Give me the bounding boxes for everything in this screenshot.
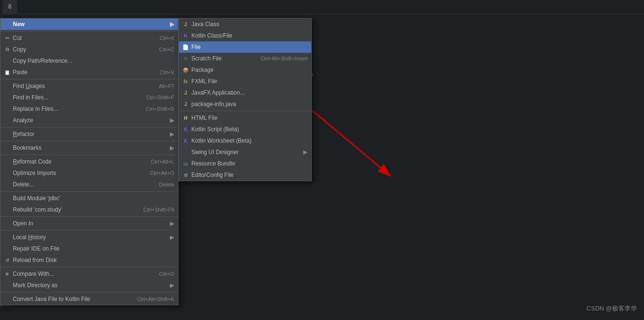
local-history-label: Local History (13, 234, 46, 241)
cut-icon: ✂ (3, 34, 11, 42)
submenu-arrow-open-in: ▶ (170, 220, 174, 227)
menu-item-paste[interactable]: 📋 Paste Ctrl+V (0, 67, 178, 78)
menu-item-reload[interactable]: ↺ Reload from Disk (0, 254, 178, 266)
menu-item-reformat[interactable]: Reformat Code Ctrl+Alt+L (0, 156, 178, 167)
submenu-new[interactable]: J Java Class K Kotlin Class/File 📄 File … (178, 18, 312, 181)
kotlin-worksheet-icon: K (182, 137, 189, 145)
menu-item-refactor[interactable]: Refactor ▶ (0, 128, 178, 140)
open-in-label: Open In (13, 220, 33, 227)
submenu-arrow-mark-directory: ▶ (170, 282, 174, 289)
watermark: CSDN @极客李华 (586, 304, 637, 313)
file-icon: 📄 (182, 43, 189, 51)
separator-1 (0, 31, 178, 31)
delete-label: Delete... (13, 181, 34, 188)
menu-item-open-in[interactable]: Open In ▶ (0, 218, 178, 229)
compare-icon: ⊕ (3, 270, 11, 278)
repair-ide-label: Repair IDE on File (13, 245, 59, 252)
separator-9 (0, 267, 178, 267)
find-usages-shortcut: Alt+F7 (159, 83, 174, 89)
submenu-item-resource-bundle[interactable]: 🗂 Resource Bundle (179, 158, 311, 169)
menu-item-cut-label: Cut (13, 35, 22, 41)
compare-with-label: Compare With... (13, 271, 54, 277)
menu-item-optimize[interactable]: Optimize Imports Ctrl+Alt+O (0, 167, 178, 179)
submenu-item-kotlin-worksheet[interactable]: K Kotlin Worksheet (Beta) (179, 135, 311, 146)
top-bar: 8 (0, 0, 644, 14)
editorconfig-label: EditorConfig File (191, 172, 234, 178)
mark-directory-label: Mark Directory as (13, 282, 58, 289)
file-label: File (191, 44, 200, 50)
menu-item-analyze[interactable]: Analyze ▶ (0, 115, 178, 126)
fxml-label: FXML File (191, 78, 217, 85)
kotlin-class-icon: K (182, 32, 189, 39)
menu-item-repair-ide[interactable]: Repair IDE on File (0, 243, 178, 254)
menu-item-replace-in-files[interactable]: Replace in Files... Ctrl+Shift+R (0, 103, 178, 115)
menu-item-rebuild[interactable]: Rebuild 'com.study' Ctrl+Shift+F9 (0, 204, 178, 215)
menu-item-delete[interactable]: Delete... Delete (0, 179, 178, 190)
menu-item-copy-path[interactable]: Copy Path/Reference... (0, 55, 178, 67)
package-info-label: package-info.java (191, 101, 236, 107)
submenu-arrow-local-history: ▶ (170, 234, 174, 241)
analyze-label: Analyze (13, 117, 33, 124)
submenu-item-html[interactable]: H HTML File (179, 112, 311, 124)
submenu-item-package-info[interactable]: J package-info.java (179, 98, 311, 110)
separator-6 (0, 191, 178, 192)
menu-item-convert-kotlin[interactable]: Convert Java File to Kotlin File Ctrl+Al… (0, 293, 178, 305)
bookmarks-label: Bookmarks (13, 145, 41, 151)
java-class-icon: J (182, 20, 189, 28)
submenu-item-fxml[interactable]: fx FXML File (179, 76, 311, 87)
menu-item-mark-directory[interactable]: Mark Directory as ▶ (0, 280, 178, 291)
menu-item-bookmarks[interactable]: Bookmarks ▶ (0, 142, 178, 154)
convert-kotlin-label: Convert Java File to Kotlin File (13, 296, 90, 302)
javafx-label: JavaFX Application... (191, 89, 245, 96)
kotlin-worksheet-label: Kotlin Worksheet (Beta) (191, 137, 252, 144)
menu-item-local-history[interactable]: Local History ▶ (0, 232, 178, 243)
reload-label: Reload from Disk (13, 257, 57, 263)
html-label: HTML File (191, 115, 218, 121)
menu-item-build-module[interactable]: Build Module 'jdbc' (0, 193, 178, 204)
submenu-item-java-class[interactable]: J Java Class (179, 19, 311, 30)
submenu-item-kotlin-class[interactable]: K Kotlin Class/File (179, 30, 311, 41)
submenu-arrow-new: ▶ (170, 21, 174, 28)
copy-shortcut: Ctrl+C (159, 47, 174, 52)
reload-icon: ↺ (3, 256, 11, 264)
submenu-item-package[interactable]: 📦 Package (179, 64, 311, 76)
cut-shortcut: Ctrl+X (159, 35, 174, 41)
package-icon: 📦 (182, 66, 189, 74)
reformat-shortcut: Ctrl+Alt+L (151, 159, 174, 165)
separator-2 (0, 79, 178, 79)
menu-item-find-usages[interactable]: Find Usages Alt+F7 (0, 80, 178, 92)
menu-item-compare-with[interactable]: ⊕ Compare With... Ctrl+D (0, 268, 178, 280)
copy-icon: ⧉ (3, 46, 11, 53)
context-menu[interactable]: New ▶ ✂ Cut Ctrl+X ⧉ Copy Ctrl+C Copy Pa… (0, 18, 178, 305)
package-info-icon: J (182, 100, 189, 108)
submenu-item-swing-ui[interactable]: Swing UI Designer ▶ (179, 146, 311, 158)
find-in-files-label: Find in Files... (13, 94, 49, 101)
submenu-item-file[interactable]: 📄 File (179, 41, 311, 53)
submenu-item-editorconfig[interactable]: ⚙ EditorConfig File (179, 169, 311, 181)
rebuild-shortcut: Ctrl+Shift+F9 (143, 207, 174, 213)
menu-item-paste-label: Paste (13, 69, 28, 76)
submenu-arrow-refactor: ▶ (170, 131, 174, 137)
menu-item-new[interactable]: New ▶ (0, 19, 178, 30)
javafx-icon: J (182, 89, 189, 97)
convert-kotlin-shortcut: Ctrl+Alt+Shift+K (137, 296, 174, 302)
menu-item-find-in-files[interactable]: Find in Files... Ctrl+Shift+F (0, 92, 178, 103)
separator-7 (0, 216, 178, 217)
swing-ui-label: Swing UI Designer (191, 149, 238, 155)
submenu-arrow-swing: ▶ (303, 149, 307, 155)
menu-item-cut[interactable]: ✂ Cut Ctrl+X (0, 32, 178, 44)
scratch-file-label: Scratch File (191, 55, 221, 62)
resource-bundle-icon: 🗂 (182, 160, 189, 167)
resource-bundle-label: Resource Bundle (191, 160, 235, 167)
tab-number: 8 (8, 4, 11, 10)
separator-4 (0, 141, 178, 141)
tab-item[interactable]: 8 (2, 0, 18, 14)
kotlin-class-label: Kotlin Class/File (191, 32, 232, 39)
submenu-item-javafx[interactable]: J JavaFX Application... (179, 87, 311, 98)
watermark-text: CSDN @极客李华 (586, 305, 637, 312)
menu-item-copy[interactable]: ⧉ Copy Ctrl+C (0, 44, 178, 55)
build-module-label: Build Module 'jdbc' (13, 195, 60, 202)
submenu-item-scratch-file[interactable]: ✎ Scratch File Ctrl+Alt+Shift+Insert (179, 53, 311, 64)
menu-item-new-label: New (13, 21, 25, 28)
submenu-item-kotlin-script[interactable]: K Kotlin Script (Beta) (179, 124, 311, 135)
